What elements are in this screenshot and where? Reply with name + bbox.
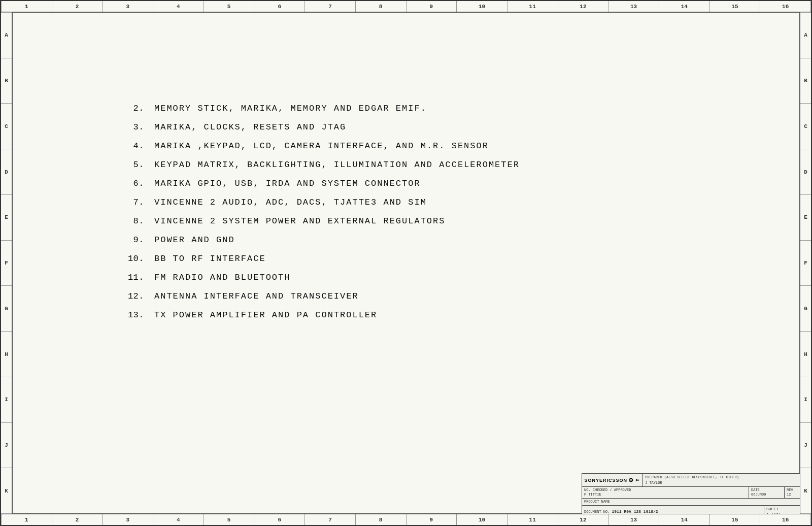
drawing-container: 12345678910111213141516 1234567891011121… bbox=[0, 0, 812, 526]
rev: 12 bbox=[787, 492, 793, 497]
ruler-bottom-cell-3: 3 bbox=[103, 514, 153, 525]
ruler-top-cell-2: 2 bbox=[52, 1, 103, 12]
prepared-by: J TAYLOR bbox=[645, 480, 798, 486]
sheet-item-6: 6.MARIKA GPIO, USB, IRDA AND SYSTEM CONN… bbox=[114, 179, 673, 188]
ruler-bottom-cell-10: 10 bbox=[457, 514, 507, 525]
sheet-item-desc-9: POWER AND GND bbox=[154, 235, 235, 245]
company-logo: SONYERICSSON ⊕ ⇐ bbox=[582, 474, 643, 486]
ruler-right-cell-F: F bbox=[800, 241, 811, 286]
sheet-item-num-8: 8. bbox=[114, 216, 144, 226]
ruler-left-cell-H: H bbox=[1, 332, 12, 377]
ruler-bottom-cell-9: 9 bbox=[407, 514, 457, 525]
ruler-top-cell-9: 9 bbox=[407, 1, 457, 12]
ruler-top-cell-14: 14 bbox=[659, 1, 710, 12]
ruler-bottom-cell-8: 8 bbox=[356, 514, 407, 525]
sheet-item-num-7: 7. bbox=[114, 198, 144, 207]
prepared-label: PREPARED (ALSO SELECT RESPONSIBLE, IF OT… bbox=[645, 475, 798, 480]
approved-date: 06JUN09 bbox=[751, 492, 766, 497]
ruler-top-cell-6: 6 bbox=[254, 1, 305, 12]
ruler-right-cell-K: K bbox=[800, 468, 811, 514]
ruler-bottom: 12345678910111213141516 bbox=[1, 514, 811, 525]
sheet-number: SHEET 1 (13) bbox=[764, 506, 800, 514]
title-info: PREPARED (ALSO SELECT RESPONSIBLE, IF OT… bbox=[643, 474, 800, 486]
ruler-top-cell-11: 11 bbox=[507, 1, 558, 12]
sheet-item-num-5: 5. bbox=[114, 160, 144, 170]
ruler-top-cell-16: 16 bbox=[760, 1, 811, 12]
ruler-right-cell-J: J bbox=[800, 423, 811, 469]
sheet-value: 1 (13) bbox=[766, 512, 781, 514]
sheet-item-desc-7: VINCENNE 2 AUDIO, ADC, DACS, TJATTE3 AND… bbox=[154, 198, 427, 207]
sheet-item-num-9: 9. bbox=[114, 235, 144, 245]
ruler-left-cell-D: D bbox=[1, 149, 12, 195]
company-name: SONYERICSSON bbox=[584, 478, 627, 483]
ruler-bottom-cell-11: 11 bbox=[507, 514, 558, 525]
ruler-top-cell-5: 5 bbox=[204, 1, 255, 12]
sheet-item-3: 3.MARIKA, CLOCKS, RESETS AND JTAG bbox=[114, 122, 673, 132]
ruler-left-cell-C: C bbox=[1, 104, 12, 149]
sheet-item-2: 2.MEMORY STICK, MARIKA, MEMORY AND EDGAR… bbox=[114, 104, 673, 113]
ruler-left: ABCDEFGHIJK bbox=[1, 12, 12, 514]
ruler-top-cell-8: 8 bbox=[356, 1, 407, 12]
ruler-right-cell-G: G bbox=[800, 286, 811, 332]
ruler-left-cell-G: G bbox=[1, 286, 12, 332]
sheet-item-desc-13: TX POWER AMPLIFIER AND PA CONTROLLER bbox=[154, 310, 377, 320]
rev-info: REV 12 bbox=[785, 487, 800, 498]
ruler-right-cell-H: H bbox=[800, 332, 811, 377]
sheet-item-num-13: 13. bbox=[114, 310, 144, 320]
sheet-item-desc-6: MARIKA GPIO, USB, IRDA AND SYSTEM CONNEC… bbox=[154, 179, 421, 188]
ruler-bottom-cell-1: 1 bbox=[1, 514, 52, 525]
sheet-item-desc-4: MARIKA ,KEYPAD, LCD, CAMERA INTERFACE, A… bbox=[154, 141, 489, 151]
sheet-item-12: 12.ANTENNA INTERFACE AND TRANSCEIVER bbox=[114, 291, 673, 301]
sheet-item-num-11: 11. bbox=[114, 273, 144, 282]
sheet-item-num-2: 2. bbox=[114, 104, 144, 113]
ruler-top-cell-4: 4 bbox=[153, 1, 204, 12]
ruler-bottom-cell-14: 14 bbox=[659, 514, 710, 525]
ruler-bottom-cell-6: 6 bbox=[254, 514, 305, 525]
ruler-top-cell-10: 10 bbox=[457, 1, 507, 12]
sheet-item-desc-11: FM RADIO AND BLUETOOTH bbox=[154, 273, 290, 282]
ruler-top-cell-15: 15 bbox=[710, 1, 761, 12]
ruler-right-cell-E: E bbox=[800, 195, 811, 241]
ruler-bottom-cell-12: 12 bbox=[558, 514, 609, 525]
ruler-bottom-cell-15: 15 bbox=[710, 514, 761, 525]
sheet-item-num-4: 4. bbox=[114, 141, 144, 151]
ruler-left-cell-J: J bbox=[1, 423, 12, 469]
sheet-item-11: 11.FM RADIO AND BLUETOOTH bbox=[114, 273, 673, 282]
sheet-item-4: 4.MARIKA ,KEYPAD, LCD, CAMERA INTERFACE,… bbox=[114, 141, 673, 151]
ruler-bottom-cell-5: 5 bbox=[204, 514, 255, 525]
sheet-item-num-6: 6. bbox=[114, 179, 144, 188]
sheet-item-num-10: 10. bbox=[114, 254, 144, 264]
ruler-top-cell-1: 1 bbox=[1, 1, 52, 12]
ruler-left-cell-F: F bbox=[1, 241, 12, 286]
ruler-bottom-cell-16: 16 bbox=[760, 514, 811, 525]
sheet-item-9: 9.POWER AND GND bbox=[114, 235, 673, 245]
ruler-top: 12345678910111213141516 bbox=[1, 1, 811, 12]
ruler-bottom-cell-13: 13 bbox=[608, 514, 659, 525]
product-name-label: PRODUCT NAME bbox=[584, 500, 610, 504]
product-name: PRODUCT NAME bbox=[582, 499, 800, 505]
ruler-top-cell-7: 7 bbox=[305, 1, 356, 12]
ruler-bottom-cell-7: 7 bbox=[305, 514, 356, 525]
sheet-item-7: 7.VINCENNE 2 AUDIO, ADC, DACS, TJATTE3 A… bbox=[114, 198, 673, 207]
title-block: SONYERICSSON ⊕ ⇐ PREPARED (ALSO SELECT R… bbox=[582, 473, 800, 514]
sheet-item-10: 10.BB TO RF INTERFACE bbox=[114, 254, 673, 264]
sheet-item-desc-2: MEMORY STICK, MARIKA, MEMORY AND EDGAR E… bbox=[154, 104, 427, 113]
doc-number: DOCUMENT NO. 1911 R0A 128 1618/2 bbox=[582, 506, 764, 514]
ruler-right-cell-C: C bbox=[800, 104, 811, 149]
sheet-item-5: 5.KEYPAD MATRIX, BACKLIGHTING, ILLUMINAT… bbox=[114, 160, 673, 170]
ruler-left-cell-E: E bbox=[1, 195, 12, 241]
date-info: DATE 06JUN09 bbox=[749, 487, 785, 498]
ruler-bottom-cell-4: 4 bbox=[153, 514, 204, 525]
sheet-item-13: 13.TX POWER AMPLIFIER AND PA CONTROLLER bbox=[114, 310, 673, 320]
sheet-item-desc-12: ANTENNA INTERFACE AND TRANSCEIVER bbox=[154, 291, 359, 301]
ruler-top-cell-3: 3 bbox=[103, 1, 153, 12]
approved-label: NO. CHECKED / APPROVED bbox=[584, 488, 631, 492]
approved-info: NO. CHECKED / APPROVED P TITTIE bbox=[582, 487, 749, 498]
ruler-left-cell-K: K bbox=[1, 468, 12, 514]
sheet-item-desc-10: BB TO RF INTERFACE bbox=[154, 254, 266, 264]
ruler-left-cell-B: B bbox=[1, 58, 12, 104]
sheet-item-num-12: 12. bbox=[114, 291, 144, 301]
doc-num-value: 1911 R0A 128 1618/2 bbox=[612, 509, 658, 514]
ruler-bottom-cell-2: 2 bbox=[52, 514, 103, 525]
sheet-item-num-3: 3. bbox=[114, 122, 144, 132]
